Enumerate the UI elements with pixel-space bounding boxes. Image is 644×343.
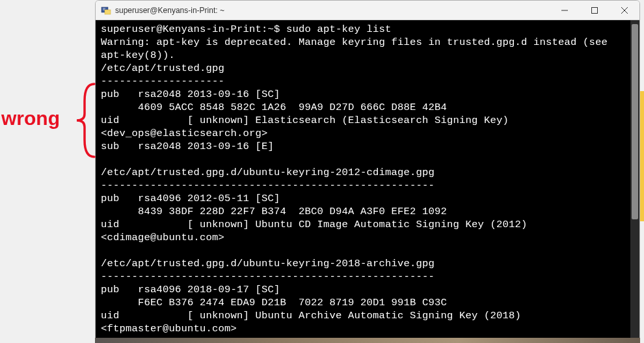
window-title: superuser@Kenyans-in-Print: ~ bbox=[115, 6, 550, 15]
scrollbar[interactable] bbox=[630, 20, 639, 342]
close-button[interactable] bbox=[610, 1, 639, 20]
annotation-brace bbox=[72, 81, 98, 159]
terminal-output[interactable]: superuser@Kenyans-in-Print:~$ sudo apt-k… bbox=[96, 20, 630, 342]
annotation-text: wrong bbox=[1, 107, 60, 130]
putty-icon bbox=[101, 5, 111, 16]
minimize-button[interactable] bbox=[550, 1, 580, 20]
window-controls bbox=[550, 1, 639, 20]
terminal-window: superuser@Kenyans-in-Print: ~ superuser@… bbox=[95, 0, 640, 343]
window-titlebar[interactable]: superuser@Kenyans-in-Print: ~ bbox=[96, 1, 639, 20]
background-strip bbox=[95, 338, 640, 343]
scrollbar-thumb[interactable] bbox=[632, 24, 638, 219]
background-edge bbox=[640, 91, 644, 221]
svg-rect-5 bbox=[592, 7, 598, 13]
maximize-button[interactable] bbox=[580, 1, 610, 20]
svg-rect-1 bbox=[105, 10, 111, 14]
terminal-area: superuser@Kenyans-in-Print:~$ sudo apt-k… bbox=[96, 20, 639, 342]
